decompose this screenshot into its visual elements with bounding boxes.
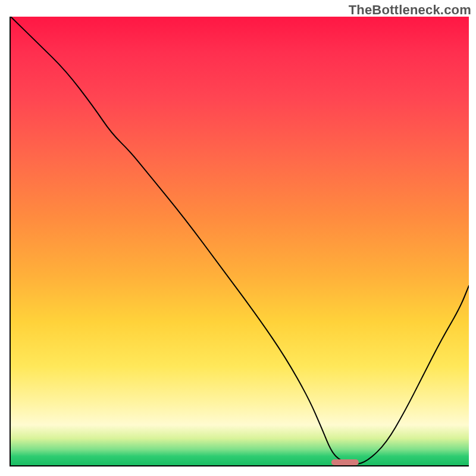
watermark-text: TheBottleneck.com [349, 2, 471, 18]
bottleneck-curve [11, 17, 469, 464]
curve-svg [11, 17, 469, 465]
highlight-marker [331, 459, 359, 465]
chart-frame: TheBottleneck.com [0, 0, 476, 476]
plot-area [10, 17, 469, 466]
